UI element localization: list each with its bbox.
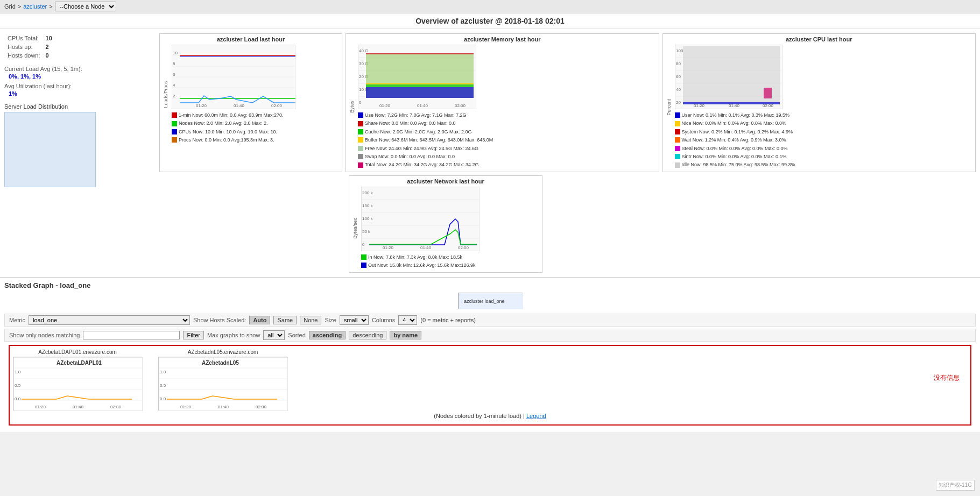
svg-text:0: 0 — [362, 242, 365, 247]
size-select[interactable]: small — [340, 315, 369, 325]
util-value: 1% — [4, 90, 155, 97]
svg-text:01:20: 01:20 — [196, 103, 207, 108]
lt-in: In Now: 7.8k Min: 7.3k Avg: 8.0k Max: 18… — [368, 253, 462, 261]
svg-text:01:20: 01:20 — [379, 103, 391, 108]
legend-text-procs: Procs Now: 0.0 Min: 0.0 Avg:195.3m Max: … — [179, 136, 274, 144]
load-chart-container: azcluster Load last hour Loads/Procs — [159, 33, 342, 172]
svg-text:10: 10 — [173, 51, 178, 55]
server-load-box — [4, 112, 96, 187]
host2-chart-svg: AZcbetadnL05 1.0 0.5 0.0 01:20 01:40 02:… — [159, 357, 288, 411]
legend-row: Use Now: 7.2G Min: 7.0G Avg: 7.1G Max: 7… — [358, 111, 493, 119]
legend-color-cpus — [172, 129, 177, 134]
legend-row: Share Now: 0.0 Min: 0.0 Avg: 0.0 Max: 0.… — [358, 119, 493, 127]
stacked-section: Stacked Graph - load_one azcluster load_… — [0, 277, 980, 432]
legend-row: Wait Now: 1.2% Min: 0.4% Avg: 0.9% Max: … — [675, 136, 795, 144]
svg-text:1.0: 1.0 — [160, 370, 166, 374]
auto-btn[interactable]: Auto — [249, 316, 270, 324]
legend-row: Steal Now: 0.0% Min: 0.0% Avg: 0.0% Max:… — [675, 145, 795, 152]
legend-row: Nodes Now: 2.0 Min: 2.0 Avg: 2.0 Max: 2. — [172, 119, 295, 127]
none-btn[interactable]: None — [300, 316, 321, 324]
svg-text:02:00: 02:00 — [110, 405, 122, 409]
max-graphs-select[interactable]: all — [263, 330, 285, 340]
filter-input[interactable] — [83, 331, 180, 339]
stacked-graph-container: azcluster load_one — [4, 293, 976, 310]
legend-row: 1-min Now: 60.0m Min: 0.0 Avg: 63.9m Max… — [172, 111, 295, 119]
charts-row-network: azcluster Network last hour Bytes/sec 20… — [159, 175, 976, 273]
cpu-chart-area: Percent 100 80 60 40 20 — [665, 45, 974, 169]
nodes-colored-text: (Nodes colored by 1-minute load) — [434, 413, 521, 419]
svg-text:60: 60 — [676, 74, 681, 79]
memory-chart-graph: 40 G 30 G 20 G 10 G 0 01:20 01:40 02:00 — [358, 45, 493, 169]
memory-chart-svg: 40 G 30 G 20 G 10 G 0 01:20 01:40 02:00 — [358, 45, 476, 109]
same-btn[interactable]: Same — [273, 316, 297, 324]
legend-link[interactable]: Legend — [526, 413, 546, 419]
util-label: Avg Utilization (last hour): — [4, 83, 155, 89]
lc-system — [675, 129, 680, 134]
filter-btn[interactable]: Filter — [183, 331, 203, 339]
svg-text:azcluster load_one: azcluster load_one — [464, 299, 505, 304]
load-avg-label: Current Load Avg (15, 5, 1m): — [4, 66, 155, 72]
hosts-down-label: Hosts down: — [5, 52, 43, 59]
lc-use — [358, 112, 363, 118]
cpu-chart-legend: User Now: 0.1% Min: 0.1% Avg: 0.3% Max: … — [675, 111, 795, 169]
svg-text:02:00: 02:00 — [256, 405, 267, 409]
cpu-chart-container: azcluster CPU last hour Percent 100 80 6 — [662, 33, 976, 172]
lt-out: Out Now: 15.8k Min: 12.6k Avg: 15.6k Max… — [368, 261, 475, 269]
svg-text:01:40: 01:40 — [73, 405, 84, 409]
lc-share — [358, 121, 363, 126]
host2-graph: AZcbetadnL05 1.0 0.5 0.0 01:20 01:40 02:… — [158, 357, 287, 410]
legend-color-nodes — [172, 121, 177, 126]
legend-row: Idle Now: 98.5% Min: 75.0% Avg: 98.5% Ma… — [675, 161, 795, 168]
cpus-total-label: CPUs Total: — [5, 34, 43, 42]
lc-total — [358, 162, 363, 168]
svg-text:100: 100 — [676, 48, 683, 53]
stats-table: CPUs Total: 10 Hosts up: 2 Hosts down: 0 — [4, 33, 55, 60]
svg-text:AZcbetaLDAPL01: AZcbetaLDAPL01 — [57, 360, 102, 366]
host1-graph: AZcbetaLDAPL01 1.0 0.5 0.0 01:20 01:40 0… — [13, 357, 142, 410]
network-yaxis-label: Bytes/sec — [351, 187, 359, 270]
page-title: Overview of azcluster @ 2018-01-18 02:01 — [0, 13, 980, 29]
legend-row: Nice Now: 0.0% Min: 0.0% Avg: 0.0% Max: … — [675, 119, 795, 127]
grid-label: Grid — [4, 3, 16, 10]
network-chart-svg: 200 k 150 k 100 k 50 k 0 01:20 01:40 02:… — [361, 187, 480, 251]
svg-text:01:20: 01:20 — [180, 405, 192, 409]
ascending-btn[interactable]: ascending — [309, 331, 346, 339]
descending-btn[interactable]: descending — [349, 331, 386, 339]
host2-name: AZcbetadnL05.envazure.com — [188, 349, 258, 355]
network-chart-title: azcluster Network last hour — [351, 178, 540, 185]
hosts-down-value: 0 — [44, 52, 54, 59]
svg-text:0.5: 0.5 — [15, 383, 21, 388]
svg-text:0.0: 0.0 — [160, 396, 166, 401]
legend-row: Swap Now: 0.0 Min: 0.0 Avg: 0.0 Max: 0.0 — [358, 153, 493, 160]
lt-free: Free Now: 24.4G Min: 24.9G Avg: 24.5G Ma… — [365, 145, 478, 152]
metric-select[interactable]: load_one — [29, 315, 190, 325]
cpu-yaxis-label: Percent — [665, 45, 673, 169]
columns-select[interactable]: 4 — [398, 315, 417, 325]
lt-use: Use Now: 7.2G Min: 7.0G Avg: 7.1G Max: 7… — [365, 111, 466, 119]
by-name-btn[interactable]: by name — [390, 331, 421, 339]
lt-cache: Cache Now: 2.0G Min: 2.0G Avg: 2.0G Max:… — [365, 128, 471, 136]
lc-steal — [675, 146, 680, 151]
no-message: 没有信息 — [934, 373, 960, 382]
load-chart-graph: 10 8 6 4 2 01:20 01:40 02:00 — [172, 45, 295, 145]
svg-text:150 k: 150 k — [362, 203, 373, 208]
cluster-link[interactable]: azcluster — [23, 3, 47, 10]
lt-share: Share Now: 0.0 Min: 0.0 Avg: 0.0 Max: 0.… — [365, 119, 455, 127]
svg-text:02:00: 02:00 — [458, 245, 469, 250]
lc-cache — [358, 129, 363, 134]
stacked-graph-img[interactable]: azcluster load_one — [458, 293, 523, 309]
load-chart-area: Loads/Procs 10 8 — [162, 45, 340, 145]
load-chart-svg: 10 8 6 4 2 01:20 01:40 02:00 — [172, 45, 295, 109]
legend-row: Buffer Now: 643.6M Min: 643.5M Avg: 643.… — [358, 136, 493, 144]
lt-system: System Now: 0.2% Min: 0.1% Avg: 0.2% Max… — [682, 128, 793, 136]
metric-label: Metric — [9, 317, 25, 323]
cpu-chart-graph: 100 80 60 40 20 01:20 01:40 02:00 — [675, 45, 795, 169]
lc-in — [361, 254, 366, 260]
cpu-chart-title: azcluster CPU last hour — [665, 36, 974, 42]
left-panel: CPUs Total: 10 Hosts up: 2 Hosts down: 0… — [4, 33, 155, 273]
controls-row-2: Show only nodes matching Filter Max grap… — [4, 329, 976, 342]
show-hosts-label: Show Hosts Scaled: — [193, 317, 246, 323]
svg-text:20: 20 — [676, 100, 681, 105]
node-select[interactable]: --Choose a Node — [55, 2, 116, 11]
bottom-legend: (Nodes colored by 1-minute load) | Legen… — [13, 410, 967, 421]
